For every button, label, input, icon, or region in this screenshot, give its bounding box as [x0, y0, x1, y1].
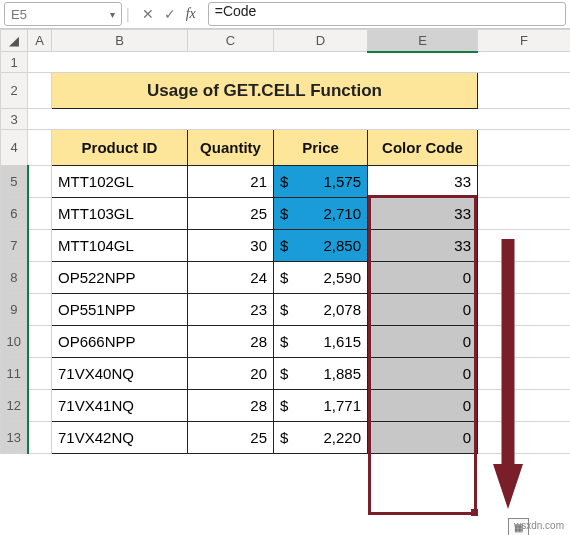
cell[interactable] — [28, 166, 52, 198]
quantity-cell[interactable]: 24 — [188, 262, 274, 294]
row-header[interactable]: 5 — [1, 166, 28, 198]
price-cell[interactable]: $2,710 — [274, 198, 368, 230]
quantity-cell[interactable]: 25 — [188, 198, 274, 230]
cell[interactable] — [478, 230, 571, 262]
cell[interactable] — [28, 294, 52, 326]
row-header[interactable]: 1 — [1, 52, 28, 73]
color-code-cell[interactable]: 0 — [368, 262, 478, 294]
quantity-cell[interactable]: 25 — [188, 422, 274, 454]
quantity-cell[interactable]: 23 — [188, 294, 274, 326]
price-cell[interactable]: $2,220 — [274, 422, 368, 454]
product-id-cell[interactable]: OP666NPP — [52, 326, 188, 358]
col-header-C[interactable]: C — [188, 30, 274, 52]
cell[interactable] — [478, 166, 571, 198]
table-row: 8OP522NPP24$2,5900 — [1, 262, 571, 294]
quantity-cell[interactable]: 21 — [188, 166, 274, 198]
row-header[interactable]: 7 — [1, 230, 28, 262]
price-cell[interactable]: $2,850 — [274, 230, 368, 262]
price-cell[interactable]: $2,078 — [274, 294, 368, 326]
cell[interactable] — [478, 198, 571, 230]
price-cell[interactable]: $1,575 — [274, 166, 368, 198]
color-code-cell[interactable]: 33 — [368, 198, 478, 230]
cell[interactable] — [28, 358, 52, 390]
th-color-code[interactable]: Color Code — [368, 130, 478, 166]
select-all-corner[interactable]: ◢ — [1, 30, 28, 52]
product-id-cell[interactable]: 71VX41NQ — [52, 390, 188, 422]
product-id-cell[interactable]: 71VX40NQ — [52, 358, 188, 390]
product-id-cell[interactable]: MTT104GL — [52, 230, 188, 262]
th-product-id[interactable]: Product ID — [52, 130, 188, 166]
cell[interactable] — [28, 130, 52, 166]
product-id-cell[interactable]: MTT102GL — [52, 166, 188, 198]
product-id-cell[interactable]: MTT103GL — [52, 198, 188, 230]
cell[interactable] — [478, 422, 571, 454]
cell[interactable] — [478, 326, 571, 358]
cell[interactable] — [28, 262, 52, 294]
col-header-E[interactable]: E — [368, 30, 478, 52]
row-header[interactable]: 6 — [1, 198, 28, 230]
th-quantity[interactable]: Quantity — [188, 130, 274, 166]
name-box[interactable]: E5 ▾ — [4, 2, 122, 26]
cell[interactable] — [28, 52, 571, 73]
price-value: 2,220 — [323, 429, 361, 446]
product-id-cell[interactable]: OP551NPP — [52, 294, 188, 326]
row-header[interactable]: 11 — [1, 358, 28, 390]
confirm-icon[interactable]: ✓ — [164, 6, 176, 22]
formula-bar: E5 ▾ | ✕ ✓ fx =Code — [0, 0, 570, 29]
sheet-title[interactable]: Usage of GET.CELL Function — [52, 73, 478, 109]
quantity-cell[interactable]: 28 — [188, 326, 274, 358]
price-value: 2,590 — [323, 269, 361, 286]
cell[interactable] — [478, 130, 571, 166]
cell[interactable] — [28, 109, 571, 130]
color-code-cell[interactable]: 0 — [368, 422, 478, 454]
table-row: 1371VX42NQ25$2,2200 — [1, 422, 571, 454]
cell[interactable] — [478, 73, 571, 109]
price-cell[interactable]: $1,615 — [274, 326, 368, 358]
cell[interactable] — [28, 326, 52, 358]
table-row: 6MTT103GL25$2,71033 — [1, 198, 571, 230]
color-code-cell[interactable]: 0 — [368, 326, 478, 358]
row-header[interactable]: 12 — [1, 390, 28, 422]
chevron-down-icon[interactable]: ▾ — [110, 9, 115, 20]
currency-symbol: $ — [280, 269, 288, 286]
cell[interactable] — [28, 422, 52, 454]
quantity-cell[interactable]: 20 — [188, 358, 274, 390]
row-header[interactable]: 4 — [1, 130, 28, 166]
cell[interactable] — [28, 73, 52, 109]
fx-icon[interactable]: fx — [186, 6, 196, 22]
price-cell[interactable]: $2,590 — [274, 262, 368, 294]
quantity-cell[interactable]: 28 — [188, 390, 274, 422]
product-id-cell[interactable]: 71VX42NQ — [52, 422, 188, 454]
color-code-cell[interactable]: 0 — [368, 294, 478, 326]
cancel-icon[interactable]: ✕ — [142, 6, 154, 22]
col-header-D[interactable]: D — [274, 30, 368, 52]
sheet-grid[interactable]: ◢ A B C D E F 1 2 Usage of GET.CELL Func… — [0, 29, 570, 454]
price-cell[interactable]: $1,885 — [274, 358, 368, 390]
th-price[interactable]: Price — [274, 130, 368, 166]
row-header[interactable]: 2 — [1, 73, 28, 109]
formula-input[interactable]: =Code — [208, 2, 566, 26]
row-header[interactable]: 3 — [1, 109, 28, 130]
cell[interactable] — [478, 358, 571, 390]
color-code-cell[interactable]: 0 — [368, 358, 478, 390]
cell[interactable] — [478, 390, 571, 422]
fill-handle[interactable] — [471, 509, 478, 516]
cell[interactable] — [28, 198, 52, 230]
row-header[interactable]: 13 — [1, 422, 28, 454]
row-header[interactable]: 10 — [1, 326, 28, 358]
cell[interactable] — [28, 390, 52, 422]
cell[interactable] — [478, 262, 571, 294]
quantity-cell[interactable]: 30 — [188, 230, 274, 262]
row-header[interactable]: 9 — [1, 294, 28, 326]
cell[interactable] — [28, 230, 52, 262]
price-cell[interactable]: $1,771 — [274, 390, 368, 422]
color-code-cell[interactable]: 33 — [368, 230, 478, 262]
color-code-cell[interactable]: 33 — [368, 166, 478, 198]
cell[interactable] — [478, 294, 571, 326]
col-header-F[interactable]: F — [478, 30, 571, 52]
product-id-cell[interactable]: OP522NPP — [52, 262, 188, 294]
row-header[interactable]: 8 — [1, 262, 28, 294]
color-code-cell[interactable]: 0 — [368, 390, 478, 422]
col-header-A[interactable]: A — [28, 30, 52, 52]
col-header-B[interactable]: B — [52, 30, 188, 52]
